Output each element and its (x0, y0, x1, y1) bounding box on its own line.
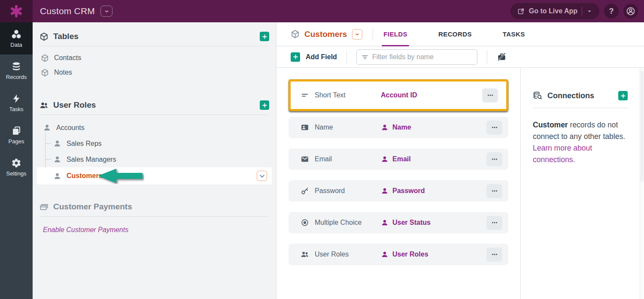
add-connection-button[interactable] (618, 91, 628, 100)
nav-item-settings[interactable]: Settings (0, 151, 33, 183)
tab-tasks[interactable]: TASKS (503, 22, 525, 46)
ellipsis-icon (486, 91, 495, 100)
key-icon (301, 187, 309, 195)
learn-more-link[interactable]: Learn more about connections. (533, 144, 592, 164)
field-more-button[interactable] (486, 248, 502, 262)
field-more-button[interactable] (482, 88, 498, 103)
add-user-role-button[interactable] (260, 100, 269, 110)
scrollbar-thumb[interactable] (641, 70, 644, 182)
ellipsis-icon (490, 218, 499, 227)
field-type-label: Short Text (315, 91, 346, 99)
lightning-icon (11, 94, 21, 104)
chevron-down-icon (355, 32, 360, 37)
add-table-button[interactable] (260, 32, 269, 41)
field-row-account-id[interactable]: Short Text Account ID (293, 84, 504, 107)
table-item-notes[interactable]: Notes (33, 65, 276, 80)
field-type-label: User Roles (315, 251, 349, 258)
add-field-button[interactable]: Add Field (291, 52, 337, 62)
plus-icon (262, 34, 267, 39)
chevron-down-icon (104, 9, 109, 14)
question-mark-icon: ? (609, 7, 614, 16)
tab-fields[interactable]: FIELDS (383, 22, 407, 46)
user-avatar-icon (626, 6, 635, 16)
app-logo[interactable] (0, 0, 33, 22)
field-more-button[interactable] (486, 216, 502, 230)
tables-section-header: Tables (39, 28, 269, 45)
table-dropdown-button[interactable] (352, 29, 362, 39)
field-row-user-status[interactable]: Multiple Choice User Status (289, 212, 508, 233)
field-row-password[interactable]: Password Password (289, 180, 508, 202)
person-icon (53, 139, 61, 148)
role-item-sales-reps[interactable]: Sales Reps (33, 136, 276, 151)
cube-icon (41, 69, 49, 77)
tables-section-title: Tables (53, 32, 260, 41)
plus-icon (262, 103, 267, 108)
tab-records[interactable]: RECORDS (438, 22, 472, 46)
database-icon (11, 61, 21, 72)
enable-customer-payments-link[interactable]: Enable Customer Payments (43, 226, 128, 234)
app-menu-button[interactable] (100, 6, 112, 17)
filter-fields-input[interactable] (356, 49, 477, 65)
user-field-icon (381, 251, 389, 258)
person-icon (53, 155, 61, 163)
field-type: Password (301, 187, 381, 195)
field-name-label: Email (392, 155, 411, 163)
help-button[interactable]: ? (604, 4, 619, 18)
field-more-button[interactable] (486, 152, 502, 166)
role-item-label: Sales Managers (67, 156, 116, 163)
user-roles-tree: Accounts Sales Reps Sales Managers Custo… (33, 120, 276, 184)
divider (533, 108, 628, 108)
role-item-label: Sales Reps (67, 140, 102, 148)
user-field-icon (381, 219, 389, 227)
plus-icon (620, 93, 626, 99)
role-item-label: Customers (67, 172, 103, 180)
nav-item-records[interactable]: Records (0, 54, 33, 87)
field-row-user-roles[interactable]: User Roles User Roles (289, 244, 508, 265)
field-more-button[interactable] (486, 184, 502, 198)
customers-dropdown-button[interactable] (257, 171, 267, 181)
nav-item-pages[interactable]: Pages (0, 119, 33, 151)
field-name: Password (381, 187, 425, 195)
field-type: Short Text (301, 91, 381, 100)
filter-field-wrap (356, 49, 477, 65)
left-panel: Tables Contacts Notes User Roles (33, 22, 276, 299)
table-name: Customers (304, 30, 347, 39)
ellipsis-icon (490, 250, 499, 259)
connections-title: Connections (547, 91, 618, 100)
role-item-accounts[interactable]: Accounts (33, 120, 276, 136)
field-type-label: Multiple Choice (315, 219, 361, 227)
go-to-live-app-label: Go to Live App (529, 7, 577, 15)
field-more-button[interactable] (486, 121, 502, 135)
chevron-down-icon (258, 172, 266, 180)
field-name-label: Password (392, 187, 425, 195)
field-type: User Roles (301, 250, 381, 259)
nav-label-tasks: Tasks (9, 106, 23, 112)
customer-payments-header: Customer Payments (39, 199, 269, 215)
radio-icon (301, 218, 309, 227)
user-field-icon (381, 155, 389, 163)
nav-item-tasks[interactable]: Tasks (0, 87, 33, 119)
divider (39, 216, 269, 217)
fields-toolbar: Add Field (276, 46, 644, 68)
nav-item-data[interactable]: Data (0, 22, 33, 54)
live-app-dropdown-caret-icon[interactable] (586, 8, 592, 14)
gear-icon (11, 158, 21, 168)
connections-empty-state: Customer records do not connect to any o… (533, 119, 628, 166)
field-row-email[interactable]: Email Email (289, 148, 508, 170)
field-name-label: Name (392, 124, 411, 131)
go-to-live-app-button[interactable]: Go to Live App (510, 3, 599, 19)
account-button[interactable] (623, 4, 638, 18)
empty-state-bold: Customer (533, 121, 568, 129)
asterisk-logo-icon (10, 5, 23, 18)
table-item-contacts[interactable]: Contacts (33, 51, 276, 65)
hide-field-tools-icon[interactable] (497, 52, 507, 62)
role-item-customers-selected[interactable]: Customers (37, 167, 272, 184)
scrollbar-track[interactable] (640, 68, 644, 299)
field-name: Account ID (381, 91, 417, 99)
app-window: Custom CRM Go to Live App ? Data (0, 0, 644, 299)
role-item-sales-managers[interactable]: Sales Managers (33, 151, 276, 167)
field-row-name[interactable]: Name Name (289, 117, 508, 138)
envelope-icon (301, 155, 309, 163)
ellipsis-icon (490, 155, 499, 163)
user-roles-section-title: User Roles (53, 100, 260, 110)
